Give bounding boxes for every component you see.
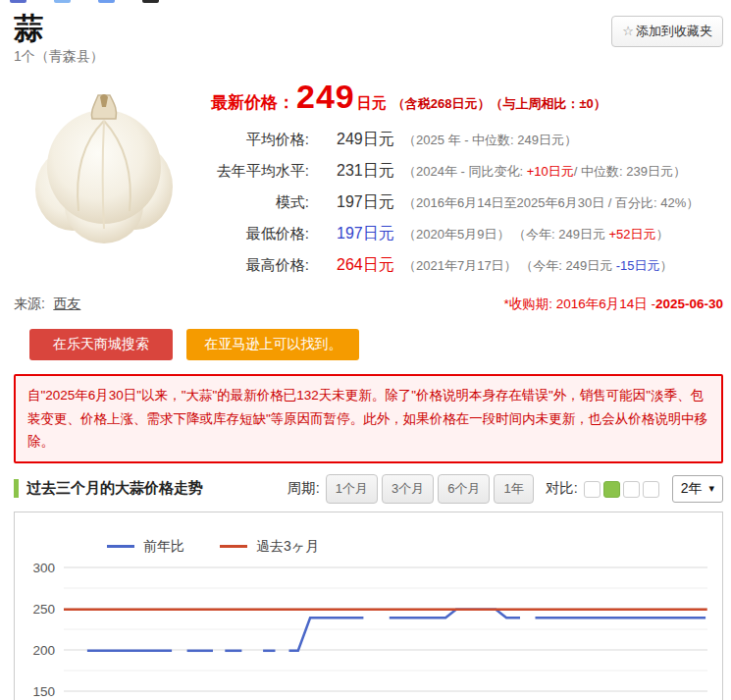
header: 蒜 1个（青森县） ☆添加到收藏夹 — [14, 0, 723, 66]
range-select-dropdown[interactable]: 2年▾ — [672, 475, 723, 503]
share-icon-1[interactable] — [10, 0, 26, 3]
stat-label: 平均价格: — [211, 129, 309, 149]
text-part: +10日元 — [527, 164, 574, 179]
rakuten-search-button[interactable]: 在乐天商城搜索 — [29, 329, 173, 360]
latest-price-unit: 日元 — [357, 94, 387, 113]
source-link-seiyu[interactable]: 西友 — [53, 296, 80, 311]
text-part: （2021年7月17日） （今年: 249日元 — [403, 258, 616, 273]
text-part: / 中位数: 239日元） — [574, 164, 686, 179]
page-title: 蒜 — [14, 12, 104, 44]
price-stats-table: 平均价格:249日元（2025 年 - 中位数: 249日元）去年平均水平:23… — [211, 124, 723, 281]
add-to-favorites-button[interactable]: ☆添加到收藏夹 — [611, 16, 723, 47]
text-part: *收购期: 2016年6月14日 - — [503, 296, 655, 311]
product-subtitle: 1个（青森县） — [14, 48, 104, 66]
latest-price-row: 最新价格： 249 日元 （含税268日元）（与上周相比：±0） — [211, 78, 723, 116]
stat-note: （2025 年 - 中位数: 249日元） — [399, 132, 577, 149]
acquisition-period-note: *收购期: 2016年6月14日 -2025-06-30 — [503, 296, 723, 313]
series-line-前年比 — [289, 618, 364, 651]
compare-checkbox-2[interactable] — [603, 481, 620, 498]
text-part: （2024年 - 同比变化: — [403, 164, 527, 179]
latest-price-label: 最新价格： — [211, 91, 294, 114]
price-stat-row: 平均价格:249日元（2025 年 - 中位数: 249日元） — [211, 124, 723, 155]
legend-line-swatch — [220, 545, 247, 548]
product-image-garlic — [14, 74, 195, 255]
period-button-3个月[interactable]: 3个月 — [382, 474, 434, 504]
range-selected-value: 2年 — [681, 480, 703, 498]
stat-value: 197日元 — [309, 192, 399, 213]
stat-value: 231日元 — [309, 161, 399, 182]
price-stat-row: 模式:197日元（2016年6月14日至2025年6月30日 / 百分比: 42… — [211, 187, 723, 218]
series-line-前年比 — [390, 610, 520, 618]
share-icon-4[interactable] — [142, 0, 159, 3]
stat-note: （2024年 - 同比变化: +10日元/ 中位数: 239日元） — [399, 163, 686, 181]
chart-legend: 前年比過去3ヶ月 — [15, 512, 722, 556]
y-axis-tick-label: 150 — [32, 684, 55, 699]
text-part: 2025-06-30 — [655, 296, 723, 311]
compare-label: 对比: — [546, 479, 578, 498]
compare-checkbox-3[interactable] — [623, 481, 640, 498]
stat-value: 249日元 — [309, 130, 399, 150]
y-axis-tick-label: 200 — [32, 643, 55, 658]
price-stat-row: 去年平均水平:231日元（2024年 - 同比变化: +10日元/ 中位数: 2… — [211, 155, 723, 187]
y-axis-tick-label: 300 — [32, 561, 55, 575]
period-label: 周期: — [287, 479, 320, 498]
stat-note: （2020年5月9日） （今年: 249日元 +52日元） — [399, 226, 669, 243]
compare-checkbox-4[interactable] — [643, 481, 659, 498]
stat-label: 去年平均水平: — [211, 160, 309, 181]
period-button-6个月[interactable]: 6个月 — [438, 474, 490, 504]
social-share-strip — [10, 0, 186, 3]
text-part: -15日元 — [616, 258, 660, 273]
favorite-label: 添加到收藏夹 — [636, 24, 712, 38]
text-part: +52日元 — [609, 227, 656, 242]
latest-price-note: （含税268日元）（与上周相比：±0） — [392, 95, 606, 113]
stat-label: 最高价格: — [211, 254, 309, 275]
price-panel: 最新价格： 249 日元 （含税268日元）（与上周相比：±0） 平均价格:24… — [195, 74, 723, 281]
chevron-down-icon: ▾ — [708, 482, 714, 495]
period-button-1年[interactable]: 1年 — [494, 474, 533, 504]
share-icon-3[interactable] — [98, 0, 115, 3]
text-part: （2016年6月14日至2025年6月30日 / 百分比: 42%） — [403, 195, 699, 210]
shop-buttons-row: 在乐天商城搜索 在亚马逊上可以找到。 — [14, 329, 723, 360]
period-button-1个月[interactable]: 1个月 — [326, 474, 378, 504]
legend-label: 過去3ヶ月 — [256, 538, 319, 556]
share-icon-2[interactable] — [54, 0, 71, 3]
stat-value: 197日元 — [309, 224, 399, 244]
legend-item: 過去3ヶ月 — [220, 538, 319, 556]
text-part: （2020年5月9日） （今年: 249日元 — [403, 227, 609, 242]
text-part: ） — [660, 258, 673, 273]
amazon-search-button[interactable]: 在亚马逊上可以找到。 — [186, 329, 359, 360]
star-icon: ☆ — [622, 24, 634, 38]
stat-value: 264日元 — [309, 255, 399, 276]
stat-note: （2016年6月14日至2025年6月30日 / 百分比: 42%） — [399, 194, 699, 212]
product-section: 最新价格： 249 日元 （含税268日元）（与上周相比：±0） 平均价格:24… — [14, 74, 723, 281]
chart-section-title: 过去三个月的大蒜价格走势 — [14, 479, 203, 498]
legend-item: 前年比 — [107, 538, 184, 556]
chart-controls-row: 过去三个月的大蒜价格走势 周期: 1个月3个月6个月1年 对比: 2年▾ — [14, 474, 723, 504]
y-axis-tick-label: 250 — [32, 602, 55, 617]
price-stat-row: 最高价格:264日元（2021年7月17日） （今年: 249日元 -15日元） — [211, 249, 723, 281]
stat-label: 最低价格: — [211, 223, 309, 243]
text-part: （2025 年 - 中位数: 249日元） — [403, 133, 577, 147]
stat-label: 模式: — [211, 191, 309, 212]
text-part: ） — [656, 227, 669, 242]
garlic-price-page: 蒜 1个（青森县） ☆添加到收藏夹 — [0, 0, 731, 700]
source-label: 来源: — [14, 296, 45, 311]
compare-checkbox-1[interactable] — [584, 481, 600, 498]
price-stat-row: 最低价格:197日元（2020年5月9日） （今年: 249日元 +52日元） — [211, 218, 723, 249]
stat-note: （2021年7月17日） （今年: 249日元 -15日元） — [399, 257, 673, 275]
legend-line-swatch — [107, 545, 134, 548]
price-stale-warning: 自"2025年6月30日"以来，"大蒜"的最新价格已132天未更新。除了"价格说… — [14, 374, 723, 463]
source-row: 来源: 西友 *收购期: 2016年6月14日 -2025-06-30 — [14, 295, 723, 313]
price-line-chart: 3002502001503月30日4月3日4月7日4月11日4月20日4月24日… — [15, 556, 722, 700]
price-chart: 前年比過去3ヶ月 3002502001503月30日4月3日4月7日4月11日4… — [14, 512, 723, 700]
legend-label: 前年比 — [143, 538, 184, 556]
latest-price-value: 249 — [296, 78, 355, 116]
